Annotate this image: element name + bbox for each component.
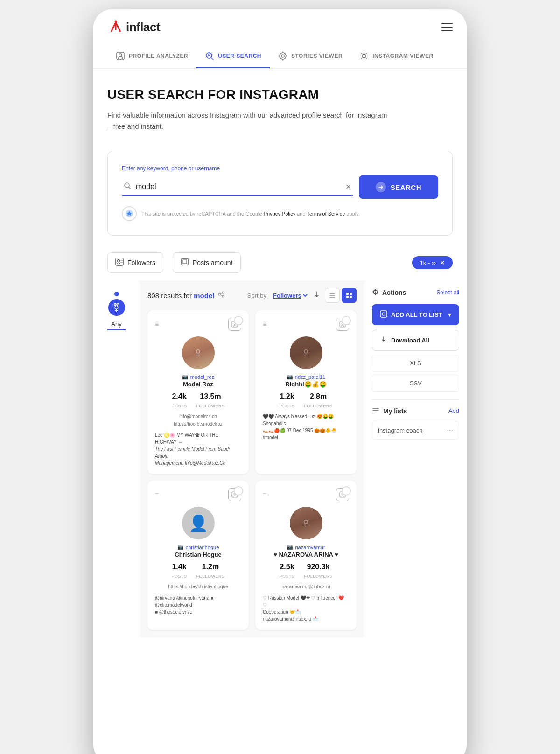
select-all-button[interactable]: Select all bbox=[436, 289, 459, 296]
privacy-policy-link[interactable]: Privacy Policy bbox=[264, 211, 295, 216]
my-lists-section: My lists Add instagram coach ··· bbox=[372, 399, 459, 440]
card-displayname: ♥ NAZAROVA ARINA ♥ bbox=[263, 551, 349, 558]
download-csv-button[interactable]: CSV bbox=[372, 375, 459, 392]
followers-stat: 2.8m FOLLOWERS bbox=[304, 392, 333, 409]
svg-point-11 bbox=[362, 54, 366, 58]
ig-icon: 📷 bbox=[177, 544, 184, 550]
card-stats: 1.2k POSTS 2.8m FOLLOWERS bbox=[263, 392, 349, 409]
card-username[interactable]: 📷 nazarovamur bbox=[263, 544, 349, 550]
hero-description: Find valuable information across Instagr… bbox=[107, 110, 387, 132]
range-badge: 1k - ∞ ✕ bbox=[412, 256, 453, 269]
svg-rect-32 bbox=[380, 311, 387, 317]
actions-header: ⚙ Actions Select all bbox=[372, 288, 459, 297]
ig-icon: 📷 bbox=[287, 544, 293, 550]
download-all-label: Download All bbox=[391, 337, 429, 344]
svg-point-10 bbox=[286, 56, 287, 57]
results-header: 808 results for model Sort by bbox=[147, 288, 357, 303]
list-view-button[interactable] bbox=[325, 288, 340, 303]
card-menu-icon[interactable]: ≡ bbox=[263, 491, 266, 498]
tab-stories-viewer[interactable]: STORIES VIEWER bbox=[270, 45, 351, 68]
card-checkbox[interactable] bbox=[234, 486, 243, 496]
followers-value: 1.2m bbox=[196, 563, 225, 571]
followers-stat: 1.2m FOLLOWERS bbox=[196, 563, 225, 579]
hamburger-menu[interactable] bbox=[441, 23, 453, 31]
svg-point-6 bbox=[281, 55, 284, 57]
svg-rect-16 bbox=[183, 260, 187, 264]
tab-user-search-label: USER SEARCH bbox=[218, 53, 261, 59]
card-checkbox[interactable] bbox=[342, 316, 351, 325]
search-label: Enter any keyword, phone or username bbox=[122, 165, 438, 172]
svg-point-7 bbox=[282, 52, 283, 53]
my-lists-header: My lists Add bbox=[372, 406, 459, 415]
avatar bbox=[182, 336, 215, 369]
tab-instagram-viewer[interactable]: INSTAGRAM VIEWER bbox=[351, 45, 441, 68]
followers-value: 2.8m bbox=[304, 392, 333, 401]
sort-select[interactable]: Followers Posts bbox=[271, 292, 309, 300]
card-checkbox[interactable] bbox=[234, 316, 243, 325]
search-button[interactable]: SEARCH bbox=[359, 175, 438, 199]
avatar bbox=[182, 507, 215, 539]
tab-user-search[interactable]: USER SEARCH bbox=[196, 45, 270, 68]
search-input[interactable] bbox=[136, 182, 341, 191]
search-button-label: SEARCH bbox=[391, 183, 421, 191]
terms-link[interactable]: Terms of Service bbox=[307, 211, 345, 216]
sort-label: Sort by bbox=[247, 292, 266, 299]
card-stats: 1.4k POSTS 1.2m FOLLOWERS bbox=[155, 563, 241, 579]
svg-point-14 bbox=[118, 260, 120, 262]
tab-profile-analyzer-label: PROFILE ANALYZER bbox=[129, 53, 188, 59]
card-username[interactable]: 📷 model_roz bbox=[155, 374, 241, 380]
results-count: 808 results for model bbox=[147, 292, 214, 300]
card-menu-icon[interactable]: ≡ bbox=[263, 321, 266, 328]
search-clear-button[interactable]: ✕ bbox=[345, 182, 351, 191]
filters-row: Followers Posts amount 1k - ∞ ✕ bbox=[93, 245, 467, 280]
download-xls-button[interactable]: XLS bbox=[372, 355, 459, 372]
posts-stat: 1.2k POSTS bbox=[279, 392, 294, 409]
card-menu-icon[interactable]: ≡ bbox=[155, 321, 159, 328]
chevron-down-icon: ▾ bbox=[448, 311, 451, 318]
followers-stat: 920.3k FOLLOWERS bbox=[304, 563, 333, 579]
card-displayname: Model Roz bbox=[155, 381, 241, 388]
followers-filter-icon bbox=[115, 258, 124, 268]
download-icon bbox=[380, 336, 387, 345]
card-username[interactable]: 📷 christianhogue bbox=[155, 544, 241, 550]
my-lists-title: My lists bbox=[372, 406, 407, 415]
list-item-name[interactable]: instagram coach bbox=[378, 427, 422, 434]
cards-grid: ≡ 📷 model_r bbox=[147, 310, 357, 630]
posts-stat: 1.4k POSTS bbox=[171, 563, 187, 579]
recaptcha-logo bbox=[122, 206, 137, 221]
app-logo[interactable]: inflact bbox=[107, 19, 160, 35]
posts-filter[interactable]: Posts amount bbox=[173, 252, 241, 273]
card-stats: 2.5k POSTS 920.3k FOLLOWERS bbox=[263, 563, 349, 579]
card-menu-icon[interactable]: ≡ bbox=[155, 491, 159, 498]
search-keyword: model bbox=[194, 292, 214, 300]
my-lists-icon bbox=[372, 406, 379, 415]
right-panel: ⚙ Actions Select all ADD ALL TO LIST ▾ bbox=[364, 280, 467, 637]
add-list-button[interactable]: Add bbox=[448, 407, 459, 414]
card-checkbox[interactable] bbox=[342, 486, 351, 496]
phone-frame: inflact PROFILE ANALYZER bbox=[93, 9, 467, 754]
view-toggle bbox=[325, 288, 357, 303]
gender-any-label[interactable]: Any bbox=[107, 319, 125, 330]
card-username[interactable]: 📷 ridzz_patel11 bbox=[263, 374, 349, 380]
sort-direction-icon[interactable] bbox=[314, 291, 320, 300]
followers-filter[interactable]: Followers bbox=[107, 252, 163, 273]
svg-point-17 bbox=[222, 292, 224, 293]
tab-profile-analyzer[interactable]: PROFILE ANALYZER bbox=[107, 45, 196, 68]
download-section: Download All XLS CSV bbox=[372, 330, 459, 392]
share-icon[interactable] bbox=[218, 291, 224, 300]
list-item-options-button[interactable]: ··· bbox=[447, 426, 453, 434]
add-to-list-button[interactable]: ADD ALL TO LIST ▾ bbox=[372, 304, 459, 325]
card-displayname: Christian Hogue bbox=[155, 551, 241, 558]
avatar bbox=[290, 507, 322, 539]
left-panel: ⚧ Any bbox=[93, 280, 140, 637]
download-format-options: XLS CSV bbox=[372, 355, 459, 392]
grid-view-button[interactable] bbox=[342, 288, 357, 303]
range-close-button[interactable]: ✕ bbox=[440, 259, 445, 266]
svg-point-5 bbox=[280, 53, 286, 59]
svg-point-0 bbox=[115, 21, 117, 23]
cards-panel: 808 results for model Sort by bbox=[140, 280, 364, 637]
my-lists-label: My lists bbox=[383, 407, 407, 415]
tab-stories-viewer-label: STORIES VIEWER bbox=[291, 53, 343, 59]
download-all-button[interactable]: Download All bbox=[372, 330, 459, 351]
gender-filter-icon[interactable]: ⚧ bbox=[108, 299, 125, 316]
